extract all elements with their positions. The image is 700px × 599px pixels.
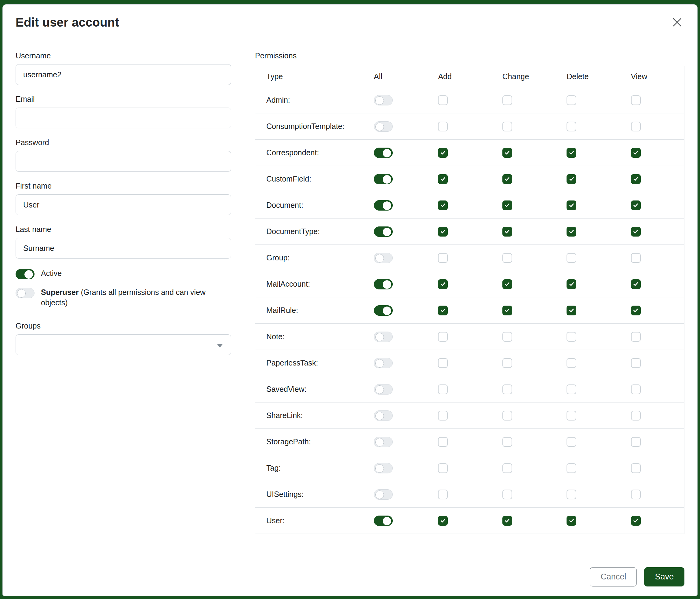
permissions-table: Type All Add Change Delete View Admin:Co… xyxy=(255,66,684,534)
permission-add-checkbox[interactable] xyxy=(438,384,448,394)
permission-change-checkbox[interactable] xyxy=(502,516,512,526)
permission-delete-checkbox[interactable] xyxy=(567,253,576,263)
permission-view-checkbox[interactable] xyxy=(631,306,641,315)
permission-add-checkbox[interactable] xyxy=(438,489,448,499)
permission-view-checkbox[interactable] xyxy=(631,463,641,473)
permission-all-toggle[interactable] xyxy=(374,410,393,421)
permission-add-checkbox[interactable] xyxy=(438,516,448,526)
permission-delete-checkbox[interactable] xyxy=(567,463,576,473)
permission-all-toggle[interactable] xyxy=(374,279,393,289)
permission-delete-checkbox[interactable] xyxy=(567,411,576,421)
permission-all-toggle[interactable] xyxy=(374,121,393,132)
permission-all-toggle[interactable] xyxy=(374,463,393,473)
permission-view-checkbox[interactable] xyxy=(631,358,641,368)
permission-view-checkbox[interactable] xyxy=(631,122,641,131)
cancel-button[interactable]: Cancel xyxy=(590,567,637,586)
permission-delete-checkbox[interactable] xyxy=(567,227,576,237)
permission-view-checkbox[interactable] xyxy=(631,516,641,526)
permission-view-checkbox[interactable] xyxy=(631,253,641,263)
permission-add-checkbox[interactable] xyxy=(438,437,448,447)
permission-delete-checkbox[interactable] xyxy=(567,384,576,394)
permission-change-checkbox[interactable] xyxy=(502,411,512,421)
permission-delete-checkbox[interactable] xyxy=(567,174,576,184)
permission-delete-checkbox[interactable] xyxy=(567,279,576,289)
permission-add-checkbox[interactable] xyxy=(438,148,448,158)
permission-view-checkbox[interactable] xyxy=(631,174,641,184)
permission-change-checkbox[interactable] xyxy=(502,306,512,315)
permission-change-checkbox[interactable] xyxy=(502,122,512,131)
permission-view-checkbox[interactable] xyxy=(631,279,641,289)
permission-change-checkbox[interactable] xyxy=(502,489,512,499)
permission-add-checkbox[interactable] xyxy=(438,227,448,237)
permission-add-checkbox[interactable] xyxy=(438,95,448,105)
permission-change-checkbox[interactable] xyxy=(502,279,512,289)
permission-add-checkbox[interactable] xyxy=(438,463,448,473)
permission-change-checkbox[interactable] xyxy=(502,95,512,105)
permission-all-toggle[interactable] xyxy=(374,95,393,105)
permission-view-checkbox[interactable] xyxy=(631,332,641,342)
permission-change-checkbox[interactable] xyxy=(502,174,512,184)
permission-view-checkbox[interactable] xyxy=(631,200,641,210)
permissions-table-header: Type All Add Change Delete View xyxy=(255,66,684,87)
permission-all-toggle[interactable] xyxy=(374,200,393,211)
permission-add-checkbox[interactable] xyxy=(438,411,448,421)
permission-delete-checkbox[interactable] xyxy=(567,489,576,499)
permission-change-checkbox[interactable] xyxy=(502,437,512,447)
permission-add-checkbox[interactable] xyxy=(438,200,448,210)
permission-all-toggle[interactable] xyxy=(374,253,393,263)
permission-delete-checkbox[interactable] xyxy=(567,437,576,447)
permission-change-checkbox[interactable] xyxy=(502,148,512,158)
permission-all-toggle[interactable] xyxy=(374,332,393,342)
permission-delete-checkbox[interactable] xyxy=(567,95,576,105)
permission-add-checkbox[interactable] xyxy=(438,279,448,289)
permission-change-checkbox[interactable] xyxy=(502,358,512,368)
permission-change-checkbox[interactable] xyxy=(502,253,512,263)
permission-all-toggle[interactable] xyxy=(374,305,393,316)
permission-add-checkbox[interactable] xyxy=(438,306,448,315)
first-name-input[interactable] xyxy=(16,194,231,215)
permission-all-toggle[interactable] xyxy=(374,358,393,368)
permission-change-checkbox[interactable] xyxy=(502,227,512,237)
permission-delete-checkbox[interactable] xyxy=(567,200,576,210)
permission-add-checkbox[interactable] xyxy=(438,358,448,368)
permission-all-cell xyxy=(363,410,427,421)
password-input[interactable] xyxy=(16,151,231,172)
first-name-label: First name xyxy=(16,182,231,190)
permission-delete-checkbox[interactable] xyxy=(567,516,576,526)
permission-view-checkbox[interactable] xyxy=(631,227,641,237)
permission-add-checkbox[interactable] xyxy=(438,174,448,184)
permission-change-checkbox[interactable] xyxy=(502,332,512,342)
permission-view-checkbox[interactable] xyxy=(631,489,641,499)
permission-add-checkbox[interactable] xyxy=(438,122,448,131)
permission-view-checkbox[interactable] xyxy=(631,95,641,105)
permission-change-checkbox[interactable] xyxy=(502,463,512,473)
permission-delete-checkbox[interactable] xyxy=(567,332,576,342)
permission-all-toggle[interactable] xyxy=(374,516,393,526)
permission-all-toggle[interactable] xyxy=(374,489,393,500)
username-input[interactable] xyxy=(16,64,231,85)
permission-delete-checkbox[interactable] xyxy=(567,358,576,368)
active-toggle[interactable] xyxy=(16,269,34,279)
save-button[interactable]: Save xyxy=(644,567,684,586)
permission-delete-checkbox[interactable] xyxy=(567,122,576,131)
permission-all-toggle[interactable] xyxy=(374,384,393,394)
close-icon[interactable] xyxy=(670,15,684,30)
permission-change-checkbox[interactable] xyxy=(502,200,512,210)
groups-select[interactable] xyxy=(16,334,231,355)
permission-add-checkbox[interactable] xyxy=(438,253,448,263)
permission-view-checkbox[interactable] xyxy=(631,411,641,421)
permission-all-toggle[interactable] xyxy=(374,437,393,447)
permission-delete-checkbox[interactable] xyxy=(567,306,576,315)
superuser-toggle[interactable] xyxy=(16,288,34,298)
permission-delete-checkbox[interactable] xyxy=(567,148,576,158)
permission-view-checkbox[interactable] xyxy=(631,148,641,158)
permission-all-toggle[interactable] xyxy=(374,174,393,184)
last-name-input[interactable] xyxy=(16,238,231,259)
permission-view-checkbox[interactable] xyxy=(631,437,641,447)
permission-all-toggle[interactable] xyxy=(374,226,393,237)
permission-add-checkbox[interactable] xyxy=(438,332,448,342)
permission-view-checkbox[interactable] xyxy=(631,384,641,394)
permission-all-toggle[interactable] xyxy=(374,148,393,158)
permission-change-checkbox[interactable] xyxy=(502,384,512,394)
email-input[interactable] xyxy=(16,107,231,128)
